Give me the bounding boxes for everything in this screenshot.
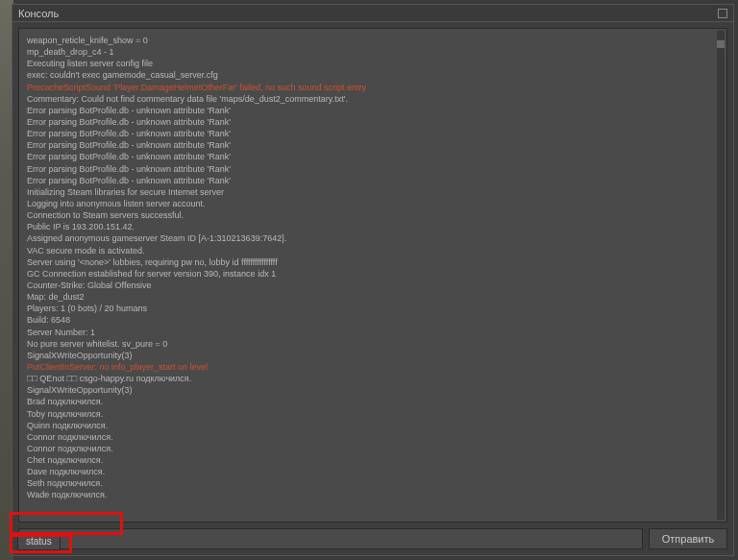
log-line: Error parsing BotProfile.db - unknown at… bbox=[27, 128, 719, 139]
log-line: Error parsing BotProfile.db - unknown at… bbox=[27, 116, 719, 128]
log-line: Map: de_dust2 bbox=[27, 291, 719, 303]
log-line: Assigned anonymous gameserver Steam ID [… bbox=[27, 232, 719, 244]
window-title: Консоль bbox=[18, 8, 59, 19]
log-line: exec: couldn't exec gamemode_casual_serv… bbox=[27, 69, 719, 81]
log-line: Quinn подключился. bbox=[27, 420, 719, 431]
log-line: Wade подключился. bbox=[27, 489, 719, 500]
autocomplete-popup[interactable]: status bbox=[17, 532, 61, 550]
scrollbar-thumb[interactable] bbox=[717, 40, 725, 48]
log-line: Connection to Steam servers successful. bbox=[27, 209, 719, 221]
log-line: Error parsing BotProfile.db - unknown at… bbox=[27, 139, 719, 151]
log-line: Server Number: 1 bbox=[27, 327, 719, 338]
log-line: Initializing Steam libraries for secure … bbox=[27, 186, 719, 198]
log-line: Chet подключился. bbox=[27, 454, 719, 466]
log-line: Toby подключился. bbox=[27, 408, 719, 420]
log-line: VAC secure mode is activated. bbox=[27, 245, 719, 256]
log-line: Logging into anonymous listen server acc… bbox=[27, 198, 719, 209]
log-line: Counter-Strike: Global Offensive bbox=[27, 280, 719, 291]
log-line: Commentary: Could not find commentary da… bbox=[27, 93, 719, 105]
log-line: No pure server whitelist. sv_pure = 0 bbox=[27, 338, 719, 350]
log-line: □□ QEnot □□ csgo-happy.ru подключился. bbox=[27, 373, 719, 384]
log-line: SignalXWriteOpportunity(3) bbox=[27, 350, 719, 361]
log-line: Error parsing BotProfile.db - unknown at… bbox=[27, 175, 719, 186]
log-line: GC Connection established for server ver… bbox=[27, 268, 719, 280]
log-line: Connor подключился. bbox=[27, 443, 719, 454]
log-line: Seth подключился. bbox=[27, 477, 719, 489]
log-line: Executing listen server config file bbox=[27, 58, 719, 69]
log-line: Error parsing BotProfile.db - unknown at… bbox=[27, 163, 719, 175]
log-line: mp_death_drop_c4 - 1 bbox=[27, 46, 719, 58]
log-line: Error parsing BotProfile.db - unknown at… bbox=[27, 105, 719, 116]
log-line: SignalXWriteOpportunity(3) bbox=[27, 384, 719, 396]
log-line: PutClientInServer: no info_player_start … bbox=[27, 361, 719, 373]
log-line: Error parsing BotProfile.db - unknown at… bbox=[27, 151, 719, 162]
scrollbar-track[interactable] bbox=[717, 31, 725, 520]
log-line: PrecacheScriptSound 'Player.DamageHelmet… bbox=[27, 82, 719, 93]
log-line: Server using '<none>' lobbies, requiring… bbox=[27, 256, 719, 268]
log-line: Build: 6548 bbox=[27, 314, 719, 326]
input-row: Отправить bbox=[12, 528, 733, 555]
titlebar: Консоль bbox=[12, 5, 733, 22]
console-log: weapon_reticle_knife_show = 0mp_death_dr… bbox=[18, 28, 727, 523]
log-line: Dave подключился. bbox=[27, 466, 719, 477]
maximize-icon[interactable] bbox=[718, 9, 727, 18]
log-line: Connor подключился. bbox=[27, 431, 719, 443]
console-window: Консоль weapon_reticle_knife_show = 0mp_… bbox=[12, 4, 734, 556]
log-line: Brad подключился. bbox=[27, 396, 719, 407]
log-line: Public IP is 193.200.151.42. bbox=[27, 221, 719, 232]
log-line: Players: 1 (0 bots) / 20 humans bbox=[27, 303, 719, 314]
command-input[interactable] bbox=[18, 528, 643, 549]
send-button[interactable]: Отправить bbox=[649, 528, 727, 549]
log-line: weapon_reticle_knife_show = 0 bbox=[27, 35, 719, 46]
titlebar-controls bbox=[718, 9, 727, 18]
